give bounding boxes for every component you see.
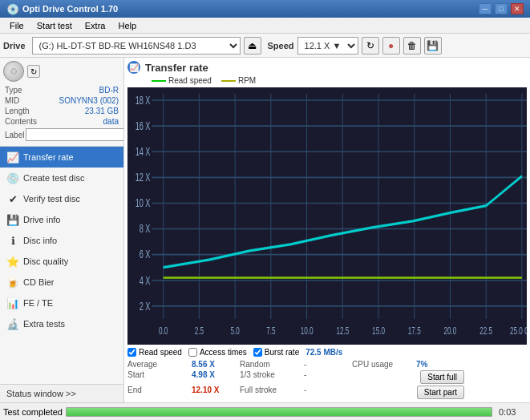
chart-title-bar: 📈 Transfer rate	[127, 61, 527, 74]
nav-cd-bier[interactable]: 🍺 CD Bier	[0, 272, 123, 293]
disc-label-input[interactable]	[26, 128, 124, 141]
svg-text:16 X: 16 X	[136, 119, 151, 133]
svg-text:22.5: 22.5	[479, 325, 492, 336]
svg-text:10 X: 10 X	[136, 196, 151, 210]
menu-file[interactable]: File	[3, 19, 30, 32]
erase-button[interactable]: 🗑	[403, 37, 421, 55]
access-times-checkbox-text: Access times	[200, 348, 247, 357]
svg-text:14 X: 14 X	[136, 145, 151, 159]
close-button[interactable]: ✕	[511, 3, 524, 14]
svg-text:17.5: 17.5	[408, 325, 421, 336]
nav-section: 📈 Transfer rate 💿 Create test disc ✔ Ver…	[0, 147, 123, 384]
nav-disc-info[interactable]: ℹ Disc info	[0, 230, 123, 251]
create-test-disc-icon: 💿	[6, 172, 19, 184]
eject-button[interactable]: ⏏	[244, 37, 261, 55]
burst-rate-checkbox-label[interactable]: Burst rate	[253, 348, 299, 357]
main-area: ↻ Type BD-R MID SONYNN3 (002) Length 23.…	[0, 58, 530, 402]
read-speed-checkbox-text: Read speed	[139, 348, 182, 357]
svg-text:5.0: 5.0	[231, 325, 240, 336]
nav-drive-info[interactable]: 💾 Drive info	[0, 209, 123, 230]
stroke13-label: 1/3 stroke	[240, 370, 304, 384]
menu-extra[interactable]: Extra	[79, 19, 112, 32]
status-time: 0:03	[499, 407, 527, 417]
disc-contents-row: Contents data	[3, 116, 120, 127]
disc-contents-label: Contents	[5, 117, 37, 126]
progress-bar-container	[66, 407, 492, 417]
read-speed-checkbox[interactable]	[127, 348, 136, 357]
nav-transfer-rate-label: Transfer rate	[23, 152, 74, 162]
disc-mid-value: SONYNN3 (002)	[59, 96, 119, 105]
stroke13-dash: -	[304, 370, 352, 384]
svg-text:2 X: 2 X	[140, 300, 151, 313]
status-window-button[interactable]: Status window >>	[0, 384, 123, 402]
fe-te-icon: 📊	[6, 297, 19, 309]
average-value: 8.56 X	[192, 360, 240, 369]
svg-text:25.0 GB: 25.0 GB	[510, 325, 527, 336]
menu-help[interactable]: Help	[111, 19, 143, 32]
nav-fe-te-label: FE / TE	[23, 298, 53, 308]
disc-contents-value: data	[103, 117, 119, 126]
disc-info-icon: ℹ	[6, 234, 19, 247]
sidebar: ↻ Type BD-R MID SONYNN3 (002) Length 23.…	[0, 58, 124, 402]
drive-info-icon: 💾	[6, 213, 19, 226]
menu-start-test[interactable]: Start test	[30, 19, 79, 32]
cpu-value: 7%	[416, 360, 464, 369]
nav-create-test-disc[interactable]: 💿 Create test disc	[0, 168, 123, 188]
legend-read-speed-color	[152, 80, 166, 82]
disc-icon	[3, 61, 24, 82]
progress-bar-fill	[67, 408, 492, 416]
legend-read-speed-label: Read speed	[168, 76, 212, 85]
chart-title-text: Transfer rate	[145, 62, 208, 74]
nav-transfer-rate[interactable]: 📈 Transfer rate	[0, 147, 123, 168]
svg-text:18 X: 18 X	[136, 94, 151, 107]
burn-button[interactable]: ●	[382, 37, 400, 55]
speed-label: Speed	[268, 41, 294, 50]
end-label: End	[127, 386, 192, 399]
access-times-checkbox-label[interactable]: Access times	[188, 348, 247, 357]
nav-extra-tests[interactable]: 🔬 Extra tests	[0, 313, 123, 334]
random-label: Random	[240, 360, 304, 369]
nav-disc-quality[interactable]: ⭐ Disc quality	[0, 251, 123, 272]
menu-bar: File Start test Extra Help	[0, 18, 530, 34]
chart-bottom: Read speed Access times Burst rate 72.5 …	[127, 348, 527, 357]
start-full-button[interactable]: Start full	[420, 370, 464, 384]
disc-mid-row: MID SONYNN3 (002)	[3, 95, 120, 106]
nav-create-test-disc-label: Create test disc	[23, 173, 84, 183]
disc-mid-label: MID	[5, 96, 19, 105]
disc-type-row: Type BD-R	[3, 85, 120, 95]
svg-text:4 X: 4 X	[140, 273, 151, 287]
maximize-button[interactable]: □	[495, 3, 508, 14]
nav-fe-te[interactable]: 📊 FE / TE	[0, 293, 123, 313]
nav-verify-test-disc[interactable]: ✔ Verify test disc	[0, 188, 123, 209]
refresh-speed-button[interactable]: ↻	[362, 37, 379, 55]
svg-text:7.5: 7.5	[266, 325, 275, 336]
svg-text:6 X: 6 X	[140, 248, 151, 261]
minimize-button[interactable]: ─	[479, 3, 492, 14]
svg-text:12 X: 12 X	[136, 171, 151, 184]
disc-refresh-button[interactable]: ↻	[27, 65, 40, 78]
status-bar: Test completed 0:03	[0, 402, 530, 420]
nav-disc-info-label: Disc info	[23, 236, 57, 245]
average-label: Average	[127, 360, 192, 369]
burst-rate-checkbox[interactable]	[253, 348, 262, 357]
disc-type-label: Type	[5, 86, 22, 95]
full-stroke-dash: -	[304, 386, 352, 399]
access-times-checkbox[interactable]	[188, 348, 197, 357]
speed-select[interactable]: 12.1 X ▼	[297, 37, 358, 55]
read-speed-checkbox-label[interactable]: Read speed	[127, 348, 182, 357]
disc-type-value: BD-R	[99, 86, 119, 95]
burst-rate-value: 72.5 MB/s	[305, 348, 342, 357]
save-button[interactable]: 💾	[424, 37, 442, 55]
chart-icon: 📈	[127, 61, 140, 74]
full-stroke-label: Full stroke	[240, 386, 304, 399]
title-bar: 💿 Opti Drive Control 1.70 ─ □ ✕	[0, 0, 530, 18]
legend-rpm: RPM	[221, 76, 256, 85]
nav-extra-tests-label: Extra tests	[23, 319, 65, 329]
app-title: Opti Drive Control 1.70	[22, 4, 479, 14]
start-part-button[interactable]: Start part	[417, 386, 464, 399]
nav-cd-bier-label: CD Bier	[23, 277, 55, 287]
drive-select[interactable]: (G:) HL-DT-ST BD-RE WH16NS48 1.D3	[32, 37, 241, 55]
start-label: Start	[127, 370, 192, 384]
disc-section: ↻ Type BD-R MID SONYNN3 (002) Length 23.…	[0, 58, 123, 147]
nav-disc-quality-label: Disc quality	[23, 256, 68, 266]
